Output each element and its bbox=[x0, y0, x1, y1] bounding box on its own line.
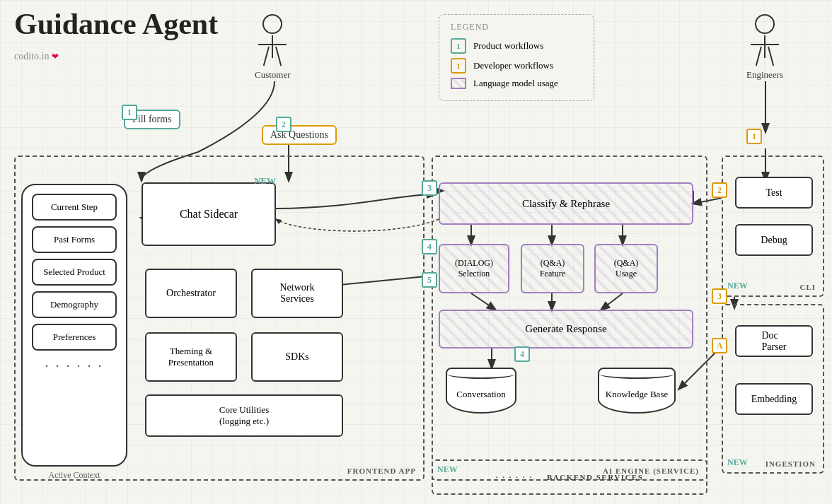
classify-rephrase-label: Classify & Rephrase bbox=[522, 198, 610, 210]
legend-title: LEGEND bbox=[451, 22, 582, 33]
selected-product-item: Selected Product bbox=[32, 259, 117, 286]
embedding-box: Embedding bbox=[735, 383, 813, 415]
network-services-label: NetworkServices bbox=[280, 282, 315, 305]
frontend-app-label: FRONTEND APP bbox=[347, 467, 416, 475]
theming-label: Theming &Presentation bbox=[168, 346, 214, 368]
context-dots: · · · · · · bbox=[45, 359, 104, 374]
cli-container: CLI Test Debug NEW bbox=[722, 156, 824, 297]
legend-item-product: 1 Product workflows bbox=[451, 38, 582, 54]
legend-item-developer: 1 Developer workflows bbox=[451, 58, 582, 74]
generate-response-label: Generate Response bbox=[525, 323, 606, 335]
qa-feature-box: (Q&A)Feature bbox=[521, 244, 584, 293]
doc-parser-label: DocParser bbox=[762, 330, 787, 353]
dialog-selection-box: (DIALOG)Selection bbox=[439, 244, 509, 293]
new-badge: NEW bbox=[254, 175, 276, 187]
badge-5: 5 bbox=[422, 272, 437, 288]
test-box: Test bbox=[735, 177, 813, 209]
active-context-label: Active Context bbox=[49, 470, 100, 481]
ingestion-container: INGESTION DocParser Embedding NEW bbox=[722, 304, 824, 474]
qa-feature-label: (Q&A)Feature bbox=[540, 258, 565, 279]
qa-usage-label: (Q&A)Usage bbox=[614, 258, 639, 279]
engineers-label: Engineers bbox=[746, 69, 783, 81]
stick-head bbox=[755, 14, 775, 34]
legend-developer-label: Developer workflows bbox=[473, 60, 553, 71]
sdks-label: SDKs bbox=[285, 351, 308, 363]
core-utilities-box: Core Utilities(logging etc.) bbox=[145, 394, 343, 437]
past-forms-item: Past Forms bbox=[32, 226, 117, 253]
knowledge-base-label: Knowledge Base bbox=[606, 389, 668, 400]
badge-3: 3 bbox=[422, 180, 437, 196]
stick-arms bbox=[258, 44, 287, 45]
network-services-box: NetworkServices bbox=[251, 269, 343, 318]
ask-questions-label: Ask Questions bbox=[262, 125, 337, 145]
debug-box: Debug bbox=[735, 224, 813, 256]
legend-product-label: Product workflows bbox=[473, 40, 543, 52]
stick-leg-left bbox=[263, 47, 270, 66]
legend-orange-badge: 1 bbox=[451, 58, 466, 74]
chat-sidecar-box: Chat Sidecar NEW bbox=[141, 182, 276, 246]
demography-item: Demography bbox=[32, 291, 117, 318]
orchestrator-label: Orchestrator bbox=[166, 288, 216, 299]
heart-icon: ❤ bbox=[52, 52, 59, 62]
sdks-box: SDKs bbox=[251, 332, 343, 382]
legend-box: LEGEND 1 Product workflows 1 Developer w… bbox=[439, 14, 594, 101]
generate-response-box: Generate Response bbox=[439, 310, 693, 348]
conversation-cylinder: Conversation bbox=[446, 368, 516, 414]
stick-arms bbox=[751, 44, 779, 45]
backend-services-container: · · · · · · BACKEND SERVICES bbox=[432, 459, 707, 495]
backend-dots: · · · · · · bbox=[496, 473, 533, 481]
legend-green-badge: 1 bbox=[451, 38, 466, 54]
preferences-item: Preferences bbox=[32, 324, 117, 351]
legend-language-label: Language model usage bbox=[473, 78, 558, 89]
badge-ingestion-3: 3 bbox=[712, 288, 727, 304]
debug-label: Debug bbox=[761, 235, 787, 246]
dialog-label: (DIALOG)Selection bbox=[455, 258, 493, 279]
ingestion-label: INGESTION bbox=[765, 459, 816, 468]
customer-label: Customer bbox=[255, 69, 291, 81]
legend-item-language: Language model usage bbox=[451, 78, 582, 89]
badge-engineer-1: 1 bbox=[746, 129, 762, 144]
conversation-label: Conversation bbox=[456, 389, 505, 400]
classify-rephrase-box: Classify & Rephrase bbox=[439, 182, 693, 225]
customer-figure: Customer bbox=[255, 14, 291, 81]
core-utilities-label: Core Utilities(logging etc.) bbox=[219, 404, 269, 427]
cli-label: CLI bbox=[799, 283, 816, 291]
engineers-figure: Engineers bbox=[746, 14, 783, 81]
legend-purple-rect bbox=[451, 78, 466, 89]
chat-sidecar-label: Chat Sidecar bbox=[180, 208, 238, 221]
badge-a: A bbox=[712, 338, 727, 353]
ingestion-new-label: NEW bbox=[727, 457, 748, 468]
embedding-label: Embedding bbox=[751, 394, 797, 405]
stick-head bbox=[262, 14, 282, 34]
badge-2-ask-questions: 2 bbox=[276, 117, 291, 132]
badge-1-fill-forms: 1 bbox=[122, 105, 137, 120]
badge-cli-2: 2 bbox=[712, 182, 727, 198]
subtitle: codito.in ❤ bbox=[14, 51, 59, 62]
stick-leg-right bbox=[768, 47, 774, 66]
knowledge-base-cylinder: Knowledge Base bbox=[598, 368, 676, 414]
page-title: Guidance Agent bbox=[14, 7, 218, 41]
qa-usage-box: (Q&A)Usage bbox=[594, 244, 658, 293]
test-label: Test bbox=[765, 187, 782, 199]
badge-conv-4: 4 bbox=[514, 346, 530, 362]
cli-new-label: NEW bbox=[727, 281, 748, 291]
stick-leg-left bbox=[756, 47, 762, 66]
badge-4: 4 bbox=[422, 239, 437, 254]
active-context-panel: Current Step Past Forms Selected Product… bbox=[21, 184, 127, 467]
theming-box: Theming &Presentation bbox=[145, 332, 237, 382]
orchestrator-box: Orchestrator bbox=[145, 269, 237, 318]
backend-services-label: BACKEND SERVICES bbox=[547, 473, 643, 481]
current-step-item: Current Step bbox=[32, 194, 117, 221]
stick-leg-right bbox=[275, 47, 282, 66]
doc-parser-box: DocParser bbox=[735, 325, 813, 357]
